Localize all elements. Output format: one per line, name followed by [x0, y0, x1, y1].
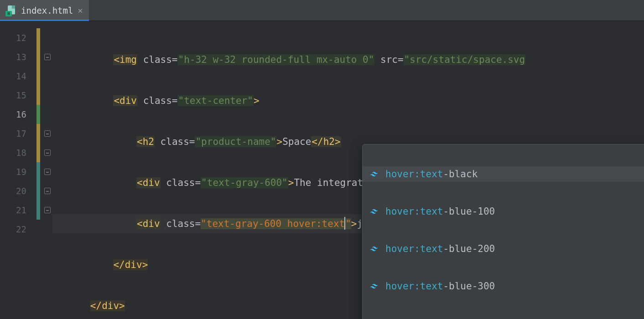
change-mark — [36, 47, 40, 67]
line-number: 14 — [0, 67, 36, 86]
fold-slot — [43, 86, 52, 105]
fold-toggle[interactable] — [43, 162, 52, 181]
autocomplete-item[interactable]: hover:text-black — [363, 166, 644, 182]
code-line[interactable]: <div class="text-center"> — [52, 91, 644, 110]
fold-slot — [43, 105, 52, 124]
line-number: 12 — [0, 28, 36, 47]
fold-slot — [43, 220, 52, 239]
gutter-fold-marks — [43, 21, 52, 319]
tailwind-icon — [369, 281, 379, 291]
close-tab-icon[interactable]: ✕ — [78, 6, 83, 15]
fold-toggle[interactable] — [43, 143, 52, 162]
tab-filename: index.html — [21, 5, 73, 15]
line-number: 22 — [0, 220, 36, 239]
change-mark — [36, 143, 40, 162]
change-mark — [36, 86, 40, 105]
change-mark — [36, 181, 40, 201]
line-number: 18 — [0, 143, 36, 162]
code-editor[interactable]: 12 13 14 15 16 17 18 19 20 21 22 — [0, 21, 644, 319]
autocomplete-item[interactable]: hover:text-blue-100 — [363, 204, 644, 219]
fold-slot — [43, 67, 52, 86]
line-number: 16 — [0, 105, 36, 124]
gutter-change-marks — [36, 21, 43, 319]
autocomplete-popup: hover:text-black hover:text-blue-100 hov… — [362, 144, 644, 319]
editor-tab-index-html[interactable]: H index.html ✕ — [0, 0, 89, 21]
line-number: 15 — [0, 86, 36, 105]
tailwind-icon — [369, 244, 379, 254]
change-mark — [36, 67, 40, 86]
line-number: 13 — [0, 47, 36, 67]
tab-bar: H index.html ✕ — [0, 0, 644, 21]
change-mark — [36, 162, 40, 181]
line-number: 21 — [0, 201, 36, 220]
autocomplete-item[interactable]: hover:text-blue-300 — [363, 278, 644, 294]
line-number: 17 — [0, 124, 36, 143]
text-caret — [344, 217, 345, 230]
tailwind-icon — [369, 206, 379, 216]
line-number: 19 — [0, 162, 36, 181]
change-mark — [36, 28, 40, 47]
change-mark — [36, 201, 40, 220]
fold-toggle[interactable] — [43, 47, 52, 67]
change-mark — [36, 124, 40, 143]
gutter-line-numbers: 12 13 14 15 16 17 18 19 20 21 22 — [0, 21, 36, 319]
autocomplete-item[interactable]: hover:text-blue-200 — [363, 241, 644, 257]
code-line[interactable]: <img class="h-32 w-32 rounded-full mx-au… — [52, 50, 644, 69]
fold-toggle[interactable] — [43, 181, 52, 201]
line-number: 20 — [0, 181, 36, 201]
change-mark — [36, 220, 40, 239]
tailwind-icon — [369, 169, 379, 179]
change-mark — [36, 105, 40, 124]
autocomplete-item[interactable]: hover:text-blue-400 — [363, 316, 644, 319]
fold-toggle[interactable] — [43, 201, 52, 220]
fold-toggle[interactable] — [43, 124, 52, 143]
html-file-icon: H — [6, 5, 16, 15]
code-area[interactable]: <img class="h-32 w-32 rounded-full mx-au… — [52, 21, 644, 319]
fold-slot — [43, 28, 52, 47]
